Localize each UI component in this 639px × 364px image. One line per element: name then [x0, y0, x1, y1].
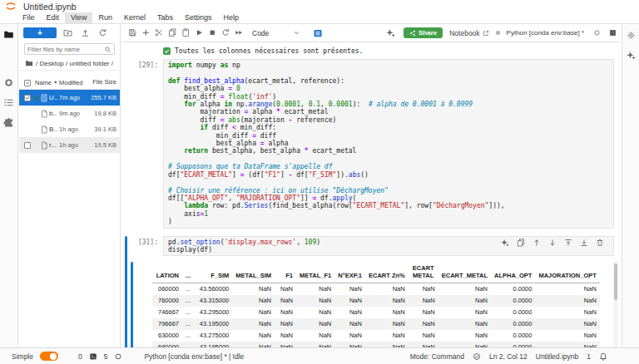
kernels-count: 5 — [104, 352, 108, 361]
table-cell: NaN — [296, 342, 334, 347]
column-header: METAL_SIM — [232, 262, 275, 283]
select-all-checkbox[interactable] — [24, 80, 31, 86]
table-row: 630000...43.275000NaNNaNNaNNaNNaNNaNNaN0… — [152, 330, 600, 342]
restart-run-all-icon[interactable] — [233, 27, 245, 39]
column-modified[interactable]: Modified — [59, 79, 87, 86]
search-icon — [104, 46, 111, 53]
table-cell: NaN — [409, 342, 438, 347]
menu-help[interactable]: Help — [217, 12, 245, 23]
insert-cell-below-icon[interactable] — [579, 238, 589, 248]
dataframe-header-row: LATION...F_SIMMETAL_SIMF1METAL_F1N°EXP.1… — [152, 262, 600, 283]
insert-cell-below-icon[interactable] — [140, 27, 152, 39]
copy-cells-icon[interactable] — [166, 27, 179, 39]
duplicate-cell-icon[interactable] — [516, 238, 526, 248]
running-kernels-icon[interactable] — [0, 72, 18, 92]
insert-cell-above-icon[interactable] — [563, 238, 573, 248]
file-browser-icon[interactable] — [0, 24, 18, 44]
file-row[interactable]: b..9m ago19.8 KB — [19, 106, 120, 121]
terminal-icon[interactable] — [89, 352, 97, 361]
execution-prompt: [29]: — [121, 59, 163, 229]
table-of-contents-icon[interactable] — [0, 92, 18, 112]
table-cell: 060000 — [152, 283, 182, 295]
extensions-icon[interactable] — [0, 112, 18, 132]
output-scrollbar[interactable] — [613, 262, 618, 347]
table-cell: NaN — [535, 283, 599, 295]
column-header: ALPHA_OPT — [491, 262, 535, 283]
ai-sparkle-icon[interactable] — [500, 238, 510, 248]
new-folder-icon[interactable] — [63, 28, 72, 37]
file-row[interactable]: B..1h ago39.1 KB — [19, 121, 120, 137]
file-checkbox[interactable] — [24, 95, 31, 101]
settings-gear-icon[interactable] — [625, 29, 637, 42]
move-cell-down-icon[interactable] — [547, 238, 557, 248]
file-checkbox[interactable] — [24, 142, 31, 149]
table-cell: NaN — [535, 330, 599, 342]
column-file-size[interactable]: File Size — [87, 79, 116, 86]
breadcrumb[interactable]: / Desktop / untitled folder / — [19, 55, 120, 70]
cell-type-select[interactable]: Code — [252, 29, 269, 37]
new-launcher-button[interactable]: + — [23, 27, 57, 38]
command-mode-indicator[interactable]: Mode: Command — [410, 352, 464, 361]
home-folder-icon — [25, 59, 33, 67]
column-header: ECART Zn% — [365, 262, 409, 283]
menu-tabs[interactable]: Tabs — [151, 12, 179, 23]
table-cell: 760000 — [152, 295, 182, 307]
table-cell: 0.0000 — [491, 330, 535, 342]
code-cell-29[interactable]: [29]: import numpy as np def find_best_a… — [121, 59, 621, 229]
save-icon[interactable] — [126, 27, 139, 39]
table-cell: ... — [182, 307, 194, 318]
restart-kernel-icon[interactable] — [220, 27, 232, 39]
column-header: N°EXP.1 — [334, 262, 365, 283]
table-cell: NaN — [365, 283, 409, 295]
file-modified: 9m ago — [59, 110, 85, 117]
table-cell: 43.195000 — [194, 342, 232, 347]
scrollbar-thumb[interactable] — [614, 263, 617, 300]
menu-file[interactable]: File — [17, 12, 41, 23]
file-size: 19.8 KB — [85, 110, 116, 117]
code-editor[interactable]: pd.set_option('display.max_rows', 109)di… — [163, 236, 614, 257]
code-cell-31[interactable]: [31]: pd.set_option('display.max_rows', … — [121, 236, 621, 257]
upload-icon[interactable] — [81, 28, 90, 37]
kernel-name[interactable]: Python [conda env:base] * — [507, 29, 584, 37]
menu-settings[interactable]: Settings — [179, 12, 218, 23]
paste-cells-icon[interactable] — [180, 27, 192, 39]
refresh-icon[interactable] — [98, 28, 107, 37]
table-row: 746667...43.295000NaNNaNNaNNaNNaNNaNNaN0… — [152, 307, 600, 318]
delete-cell-icon[interactable] — [595, 238, 605, 248]
table-cell: NaN — [232, 318, 275, 330]
table-cell: NaN — [296, 330, 334, 342]
file-name: b.. — [49, 110, 59, 117]
table-cell: NaN — [334, 330, 365, 342]
menu-edit[interactable]: Edit — [41, 12, 66, 23]
menu-run[interactable]: Run — [92, 12, 118, 23]
file-row[interactable]: U..7m ago255.7 KB — [19, 90, 120, 106]
table-cell: 0.0000 — [491, 295, 535, 307]
file-filter-input[interactable] — [27, 46, 104, 53]
cut-cells-icon[interactable] — [153, 27, 166, 39]
table-cell: NaN — [535, 307, 599, 318]
table-view-icon[interactable] — [311, 27, 324, 39]
chevron-down-icon[interactable] — [290, 27, 303, 39]
ai-sparkle-icon[interactable] — [384, 27, 397, 39]
menu-kernel[interactable]: Kernel — [118, 12, 151, 23]
table-row: 760000...43.315000NaNNaNNaNNaNNaNNaNNaN0… — [152, 295, 600, 307]
column-name[interactable]: Name▲ — [35, 79, 59, 86]
code-editor[interactable]: import numpy as np def find_best_alpha(e… — [163, 59, 614, 229]
menu-bar: FileEditViewRunKernelTabsSettingsHelp — [0, 12, 639, 24]
table-cell: NaN — [409, 295, 438, 307]
notebook-link[interactable]: Notebook — [449, 29, 488, 37]
file-row[interactable]: r...1h ago19.5 KB — [19, 137, 120, 153]
cursor-position: Ln 2, Col 12 — [489, 352, 528, 361]
bell-icon[interactable] — [599, 352, 607, 361]
ai-assistant-icon[interactable] — [625, 49, 637, 61]
kernel-status-text[interactable]: Python [conda env:base] * | Idle — [144, 352, 244, 361]
kernel-sessions-icon[interactable] — [114, 352, 122, 361]
run-cell-icon[interactable] — [193, 27, 206, 39]
interrupt-kernel-icon[interactable] — [206, 27, 219, 39]
output-collapser[interactable] — [131, 262, 133, 347]
menu-view[interactable]: View — [65, 12, 92, 23]
table-cell: 43.315000 — [194, 295, 232, 307]
move-cell-up-icon[interactable] — [532, 238, 542, 248]
share-button[interactable]: Share — [404, 27, 443, 38]
simple-mode-toggle[interactable] — [40, 352, 58, 361]
